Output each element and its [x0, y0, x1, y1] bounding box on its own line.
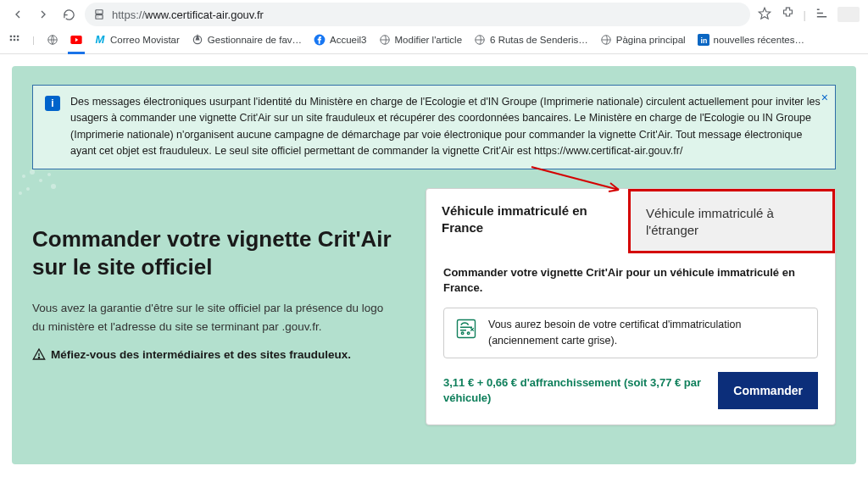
bookmark-item[interactable]: innouvelles récentes…: [698, 34, 804, 46]
bookmark-item[interactable]: Modifier l'article: [379, 34, 463, 46]
svg-line-25: [531, 167, 619, 190]
vehicle-tabs: Véhicule immatriculé en France Véhicule …: [426, 189, 835, 254]
address-bar[interactable]: https://www.certificat-air.gouv.fr: [85, 3, 750, 26]
tab-vehicle-foreign[interactable]: Véhicule immatriculé à l'étranger: [628, 189, 835, 254]
bookmark-item[interactable]: [70, 34, 82, 46]
intro-text: Vous avez la garantie d'être sur le site…: [32, 299, 397, 336]
warning-alert: i Des messages électroniques usurpant l'…: [32, 85, 836, 169]
tab-vehicle-france[interactable]: Véhicule immatriculé en France: [426, 189, 628, 254]
site-settings-icon: [93, 8, 105, 20]
svg-point-27: [461, 332, 464, 335]
browser-toolbar: https://www.certificat-air.gouv.fr |: [0, 0, 868, 29]
bookmark-item[interactable]: Gestionnaire de fav…: [192, 34, 302, 46]
svg-point-23: [19, 191, 22, 195]
bookmark-item[interactable]: 6 Rutas de Senderis…: [474, 34, 588, 46]
svg-rect-7: [17, 38, 19, 40]
svg-rect-1: [96, 15, 103, 19]
profile-icon[interactable]: [837, 7, 860, 22]
url-text: https://www.certificat-air.gouv.fr: [112, 8, 264, 21]
info-icon: i: [45, 96, 60, 111]
intro-column: Commander votre vignette Crit'Air sur le…: [32, 188, 397, 362]
card-subtitle: Commander votre vignette Crit'Air pour u…: [443, 265, 818, 296]
media-controls-icon[interactable]: [815, 6, 829, 23]
svg-rect-2: [10, 35, 12, 36]
back-button[interactable]: [8, 5, 27, 24]
apps-button[interactable]: [8, 34, 20, 46]
vehicle-document-icon: [454, 317, 478, 341]
document-requirement: Vous aurez besoin de votre certificat d'…: [443, 308, 818, 358]
svg-text:in: in: [700, 36, 707, 44]
svg-point-20: [26, 187, 30, 191]
bookmark-item[interactable]: MCorreo Movistar: [94, 34, 180, 46]
page-title: Commander votre vignette Crit'Air sur le…: [32, 225, 397, 283]
extension-icon[interactable]: [781, 6, 795, 23]
decorative-splatter-icon: [15, 168, 66, 202]
svg-point-18: [30, 169, 35, 175]
bookmark-item[interactable]: Accueil3: [314, 34, 366, 46]
forward-button[interactable]: [34, 5, 53, 24]
svg-point-24: [38, 358, 39, 358]
svg-point-19: [39, 179, 42, 182]
svg-rect-0: [96, 10, 103, 14]
fraud-warning: Méfiez-vous des intermédiaires et des si…: [32, 347, 397, 361]
svg-rect-4: [17, 35, 19, 36]
alert-text: Des messages électroniques usurpant l'id…: [70, 94, 823, 160]
order-button[interactable]: Commander: [718, 372, 818, 409]
bookmark-star-icon[interactable]: [757, 6, 772, 24]
price-text: 3,11 € + 0,66 € d'affranchissement (soit…: [443, 375, 706, 406]
svg-rect-3: [14, 35, 15, 36]
svg-point-22: [51, 184, 56, 189]
warning-icon: [32, 347, 46, 361]
svg-point-28: [467, 332, 470, 335]
svg-point-17: [22, 175, 25, 178]
bookmark-item[interactable]: Pàgina principal: [600, 34, 686, 46]
bookmark-item[interactable]: [47, 34, 58, 46]
svg-point-21: [47, 173, 51, 176]
page-content: i Des messages électroniques usurpant l'…: [0, 54, 868, 476]
hero-panel: i Des messages électroniques usurpant l'…: [12, 66, 856, 464]
alert-close-button[interactable]: ×: [821, 91, 828, 104]
svg-rect-5: [10, 38, 12, 40]
order-card: Véhicule immatriculé en France Véhicule …: [426, 188, 836, 425]
reload-button[interactable]: [59, 5, 78, 24]
bookmarks-bar: | MCorreo Movistar Gestionnaire de fav… …: [0, 29, 868, 54]
svg-rect-6: [14, 38, 15, 40]
